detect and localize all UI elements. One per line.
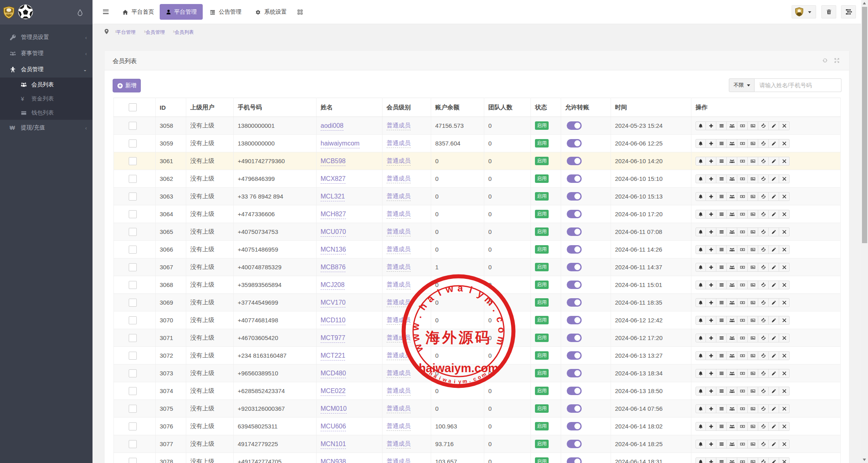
svg-text:MIHB: MIHB — [5, 12, 13, 15]
